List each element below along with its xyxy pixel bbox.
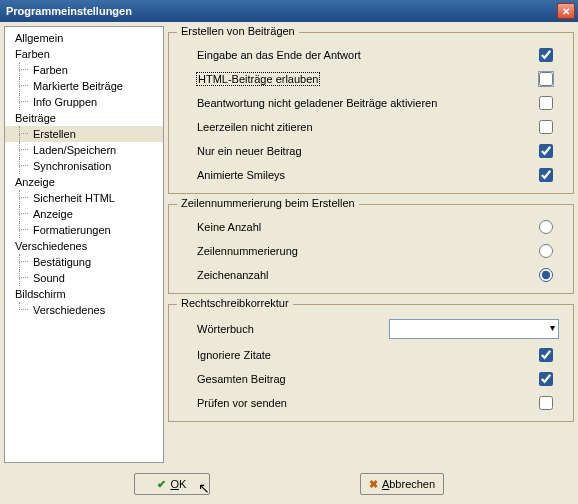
option-radio[interactable] xyxy=(539,244,553,258)
group-title: Rechtschreibkorrektur xyxy=(177,297,293,309)
title-bar: Programmeinstellungen ✕ xyxy=(0,0,578,22)
option-row: Nur ein neuer Beitrag xyxy=(177,139,565,163)
group-spellcheck: Rechtschreibkorrektur Wörterbuch Ignorie… xyxy=(168,304,574,422)
option-label: Zeilennummerierung xyxy=(197,245,298,257)
tree-item[interactable]: Verschiedenes xyxy=(5,238,163,254)
option-checkbox[interactable] xyxy=(539,372,553,386)
settings-tree[interactable]: AllgemeinFarbenFarbenMarkierte BeiträgeI… xyxy=(4,26,164,463)
tree-item[interactable]: Erstellen xyxy=(5,126,163,142)
option-checkbox[interactable] xyxy=(539,396,553,410)
group-title: Zeilennummerierung beim Erstellen xyxy=(177,197,359,209)
option-label: Nur ein neuer Beitrag xyxy=(197,145,302,157)
tree-item[interactable]: Anzeige xyxy=(5,206,163,222)
option-label: Prüfen vor senden xyxy=(197,397,287,409)
option-label: Zeichenanzahl xyxy=(197,269,269,281)
tree-item[interactable]: Sicherheit HTML xyxy=(5,190,163,206)
dictionary-row: Wörterbuch xyxy=(177,315,565,343)
option-label: HTML-Beiträge erlauben xyxy=(197,73,319,85)
tree-item[interactable]: Anzeige xyxy=(5,174,163,190)
tree-item[interactable]: Synchronisation xyxy=(5,158,163,174)
tree-item[interactable]: Farben xyxy=(5,62,163,78)
option-row: Eingabe an das Ende der Antwort xyxy=(177,43,565,67)
option-checkbox[interactable] xyxy=(539,72,553,86)
tree-item[interactable]: Allgemein xyxy=(5,30,163,46)
tree-item[interactable]: Beiträge xyxy=(5,110,163,126)
option-label: Keine Anzahl xyxy=(197,221,261,233)
tree-item[interactable]: Sound xyxy=(5,270,163,286)
option-checkbox[interactable] xyxy=(539,144,553,158)
dictionary-combo[interactable] xyxy=(389,319,559,339)
option-row: Keine Anzahl xyxy=(177,215,565,239)
option-row: Zeilennummerierung xyxy=(177,239,565,263)
option-row: HTML-Beiträge erlauben xyxy=(177,67,565,91)
check-icon: ✔ xyxy=(157,478,166,491)
option-row: Animierte Smileys xyxy=(177,163,565,187)
tree-item[interactable]: Bildschirm xyxy=(5,286,163,302)
group-line-numbering: Zeilennummerierung beim Erstellen Keine … xyxy=(168,204,574,294)
option-row: Ignoriere Zitate xyxy=(177,343,565,367)
option-radio[interactable] xyxy=(539,268,553,282)
tree-item[interactable]: Bestätigung xyxy=(5,254,163,270)
close-button[interactable]: ✕ xyxy=(557,3,575,19)
option-label: Animierte Smileys xyxy=(197,169,285,181)
option-row: Gesamten Beitrag xyxy=(177,367,565,391)
option-checkbox[interactable] xyxy=(539,48,553,62)
option-row: Beantwortung nicht geladener Beiträge ak… xyxy=(177,91,565,115)
option-label: Leerzeilen nicht zitieren xyxy=(197,121,313,133)
close-icon: ✕ xyxy=(562,6,570,17)
option-checkbox[interactable] xyxy=(539,120,553,134)
cancel-icon: ✖ xyxy=(369,478,378,491)
tree-item[interactable]: Farben xyxy=(5,46,163,62)
ok-button[interactable]: ✔ OK xyxy=(134,473,210,495)
option-checkbox[interactable] xyxy=(539,168,553,182)
content-area: AllgemeinFarbenFarbenMarkierte BeiträgeI… xyxy=(0,22,578,467)
option-label: Eingabe an das Ende der Antwort xyxy=(197,49,361,61)
group-create-posts: Erstellen von Beiträgen Eingabe an das E… xyxy=(168,32,574,194)
group-title: Erstellen von Beiträgen xyxy=(177,26,299,37)
settings-panel: Erstellen von Beiträgen Eingabe an das E… xyxy=(168,26,574,463)
window-title: Programmeinstellungen xyxy=(6,5,132,17)
option-row: Zeichenanzahl xyxy=(177,263,565,287)
option-row: Prüfen vor senden xyxy=(177,391,565,415)
tree-item[interactable]: Verschiedenes xyxy=(5,302,163,318)
option-label: Beantwortung nicht geladener Beiträge ak… xyxy=(197,97,437,109)
button-bar: ✔ OK ✖ Abbrechen xyxy=(0,467,578,501)
tree-item[interactable]: Markierte Beiträge xyxy=(5,78,163,94)
option-row: Leerzeilen nicht zitieren xyxy=(177,115,565,139)
option-label: Gesamten Beitrag xyxy=(197,373,286,385)
cancel-label: Abbrechen xyxy=(382,478,435,490)
option-label: Ignoriere Zitate xyxy=(197,349,271,361)
option-checkbox[interactable] xyxy=(539,96,553,110)
tree-item[interactable]: Info Gruppen xyxy=(5,94,163,110)
dictionary-label: Wörterbuch xyxy=(197,323,254,335)
tree-item[interactable]: Formatierungen xyxy=(5,222,163,238)
option-checkbox[interactable] xyxy=(539,348,553,362)
tree-item[interactable]: Laden/Speichern xyxy=(5,142,163,158)
ok-label: OK xyxy=(170,478,186,490)
option-radio[interactable] xyxy=(539,220,553,234)
cancel-button[interactable]: ✖ Abbrechen xyxy=(360,473,444,495)
